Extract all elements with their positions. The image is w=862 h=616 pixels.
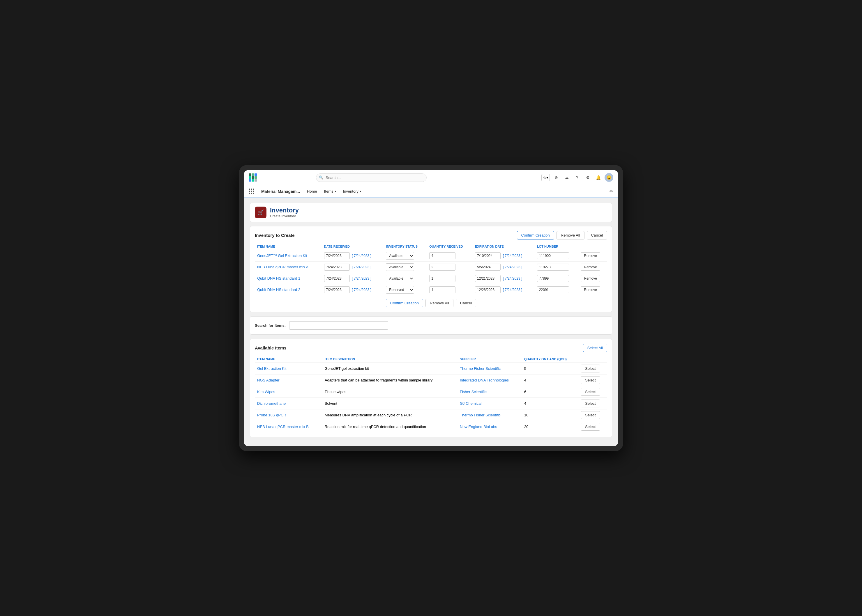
bell-icon[interactable]: 🔔 xyxy=(594,173,602,182)
select-item-button[interactable]: Select xyxy=(581,411,600,419)
status-select[interactable]: AvailableReservedUnavailable xyxy=(386,252,414,259)
avail-item-name-link[interactable]: NEB Luna qPCR master mix B xyxy=(257,424,309,429)
avail-item-description: Solvent xyxy=(322,398,457,409)
app-name: Material Managem... xyxy=(261,189,300,194)
expiration-bracket[interactable]: [ 7/24/2023 ] xyxy=(503,265,522,269)
lot-number-input[interactable] xyxy=(537,264,569,270)
avail-item-quantity: 6 xyxy=(522,386,578,398)
settings-icon[interactable]: ⚙ xyxy=(584,173,592,182)
confirm-creation-button-top[interactable]: Confirm Creation xyxy=(517,231,554,239)
expiration-bracket[interactable]: [ 7/24/2023 ] xyxy=(503,288,522,292)
item-name-link[interactable]: NEB Luna qPCR master mix A xyxy=(257,265,308,269)
date-received-input[interactable] xyxy=(324,275,350,282)
supplier-link[interactable]: GJ Chemical xyxy=(460,401,481,405)
select-item-button[interactable]: Select xyxy=(581,399,600,407)
table-row: NEB Luna qPCR master mix A [ 7/24/2023 ]… xyxy=(255,261,607,273)
avail-item-quantity: 4 xyxy=(522,398,578,409)
inventory-chevron-icon: ▾ xyxy=(360,190,361,193)
app-menu-icon[interactable] xyxy=(249,189,254,194)
date-received-bracket[interactable]: [ 7/24/2023 ] xyxy=(352,277,371,281)
select-item-button[interactable]: Select xyxy=(581,376,600,384)
item-name-link[interactable]: GeneJET™ Gel Extraction Kit xyxy=(257,253,307,258)
available-items-table: ITEM NAME ITEM DESCRIPTION SUPPLIER QUAN… xyxy=(255,355,607,432)
avail-item-quantity: 20 xyxy=(522,421,578,432)
supplier-link[interactable]: Thermo Fisher Scientific xyxy=(460,366,501,371)
available-items-section: Available Items Select All ITEM NAME ITE… xyxy=(250,339,612,437)
plus-icon[interactable]: ⊕ xyxy=(552,173,560,182)
confirm-creation-button-bottom[interactable]: Confirm Creation xyxy=(386,299,423,307)
col-lot-number: LOT NUMBER xyxy=(535,243,578,250)
avail-item-description: Tissue wipes xyxy=(322,386,457,398)
list-item: Kim Wipes Tissue wipes Fisher Scientific… xyxy=(255,386,607,398)
status-select[interactable]: AvailableReservedUnavailable xyxy=(386,275,414,282)
remove-row-button[interactable]: Remove xyxy=(581,275,600,282)
cancel-button-bottom[interactable]: Cancel xyxy=(456,299,476,307)
date-received-input[interactable] xyxy=(324,264,350,270)
quantity-input[interactable] xyxy=(429,286,455,293)
edit-icon[interactable]: ✏ xyxy=(610,189,613,194)
supplier-link[interactable]: Thermo Fisher Scientific xyxy=(460,413,501,417)
avail-item-name-link[interactable]: Dichloromethane xyxy=(257,401,286,405)
quantity-input[interactable] xyxy=(429,275,455,282)
search-icon: 🔍 xyxy=(319,176,323,179)
status-select[interactable]: AvailableReservedUnavailable xyxy=(386,286,414,294)
table-row: Qubit DNA HS standard 2 [ 7/24/2023 ] Av… xyxy=(255,284,607,295)
search-input[interactable] xyxy=(316,173,427,182)
date-received-bracket[interactable]: [ 7/24/2023 ] xyxy=(352,265,371,269)
search-bar: 🔍 xyxy=(316,173,427,182)
avail-item-description: Adapters that can be attached to fragmen… xyxy=(322,374,457,386)
expiration-date-input[interactable] xyxy=(475,286,501,293)
remove-all-button-top[interactable]: Remove All xyxy=(556,231,585,239)
col-item-name: ITEM NAME xyxy=(255,243,322,250)
expiration-date-input[interactable] xyxy=(475,264,501,270)
select-item-button[interactable]: Select xyxy=(581,365,600,372)
item-name-link[interactable]: Qubit DNA HS standard 2 xyxy=(257,288,300,292)
select-item-button[interactable]: Select xyxy=(581,423,600,431)
star-dropdown[interactable]: ☆ ▾ xyxy=(541,174,550,181)
select-all-button[interactable]: Select All xyxy=(583,344,607,352)
nav-home[interactable]: Home xyxy=(307,189,317,193)
supplier-link[interactable]: Integrated DNA Technologies xyxy=(460,378,509,382)
inventory-page-icon: 🛒 xyxy=(255,207,266,218)
avail-item-name-link[interactable]: Kim Wipes xyxy=(257,390,275,394)
date-received-bracket[interactable]: [ 7/24/2023 ] xyxy=(352,288,371,292)
page-subtitle: Create Inventory xyxy=(270,214,299,218)
avatar[interactable]: 😊 xyxy=(605,173,613,182)
lot-number-input[interactable] xyxy=(537,275,569,282)
expiration-bracket[interactable]: [ 7/24/2023 ] xyxy=(503,254,522,258)
chevron-down-icon: ▾ xyxy=(547,176,548,179)
expiration-date-input[interactable] xyxy=(475,252,501,259)
date-received-input[interactable] xyxy=(324,286,350,293)
table-row: GeneJET™ Gel Extraction Kit [ 7/24/2023 … xyxy=(255,250,607,261)
nav-items[interactable]: Items ▾ xyxy=(324,189,336,193)
avail-item-description: Reaction mix for real-time qPCR detectio… xyxy=(322,421,457,432)
quantity-input[interactable] xyxy=(429,252,455,259)
help-icon[interactable]: ? xyxy=(573,173,581,182)
avail-item-name-link[interactable]: NGS Adapter xyxy=(257,378,280,382)
remove-row-button[interactable]: Remove xyxy=(581,264,600,270)
lot-number-input[interactable] xyxy=(537,286,569,293)
quantity-input[interactable] xyxy=(429,264,455,270)
search-items-input[interactable] xyxy=(289,321,388,330)
nav-inventory[interactable]: Inventory ▾ xyxy=(343,189,361,193)
remove-row-button[interactable]: Remove xyxy=(581,252,600,259)
cancel-button-top[interactable]: Cancel xyxy=(587,231,607,239)
avail-item-name-link[interactable]: Gel Extraction Kit xyxy=(257,366,286,371)
inventory-to-create-section: Inventory to Create Confirm Creation Rem… xyxy=(250,226,612,312)
remove-row-button[interactable]: Remove xyxy=(581,286,600,293)
cloud-icon[interactable]: ☁ xyxy=(563,173,571,182)
status-select[interactable]: AvailableReservedUnavailable xyxy=(386,263,414,271)
select-item-button[interactable]: Select xyxy=(581,388,600,396)
remove-all-button-bottom[interactable]: Remove All xyxy=(425,299,454,307)
date-received-input[interactable] xyxy=(324,252,350,259)
supplier-link[interactable]: New England BioLabs xyxy=(460,424,497,429)
app-grid-icon[interactable] xyxy=(249,173,257,182)
expiration-date-input[interactable] xyxy=(475,275,501,282)
expiration-bracket[interactable]: [ 7/24/2023 ] xyxy=(503,277,522,281)
item-name-link[interactable]: Qubit DNA HS standard 1 xyxy=(257,276,300,281)
date-received-bracket[interactable]: [ 7/24/2023 ] xyxy=(352,254,371,258)
col-quantity-received: QUANTITY RECEIVED xyxy=(427,243,473,250)
lot-number-input[interactable] xyxy=(537,252,569,259)
avail-item-name-link[interactable]: Probe 16S qPCR xyxy=(257,413,286,417)
supplier-link[interactable]: Fisher Scientific xyxy=(460,390,487,394)
